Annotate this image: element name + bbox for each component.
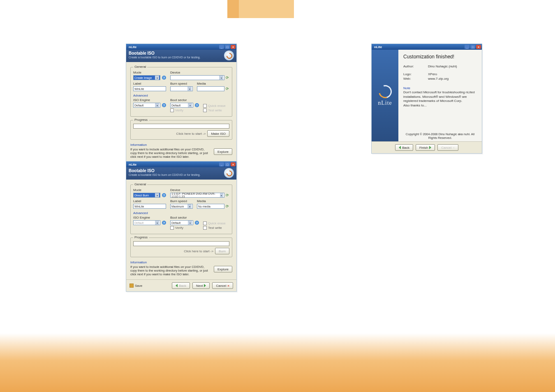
iso-engine-dropdown: Default▾ bbox=[133, 220, 160, 225]
mode-label: Mode bbox=[133, 71, 166, 74]
progress-bar bbox=[133, 124, 229, 129]
help-icon[interactable]: ? bbox=[162, 193, 166, 197]
header-icon bbox=[224, 51, 234, 60]
minimize-button[interactable]: _ bbox=[219, 45, 224, 49]
test-write-checkbox bbox=[203, 108, 207, 112]
device-label: Device bbox=[170, 188, 229, 192]
completion-title: Customization finished! bbox=[403, 54, 477, 60]
boot-sector-dropdown[interactable]: Default▾ bbox=[170, 103, 193, 108]
minimize-button[interactable]: _ bbox=[219, 162, 224, 166]
finish-button[interactable]: Finish bbox=[416, 144, 435, 151]
explore-button[interactable]: Explore bbox=[214, 266, 232, 272]
make-iso-button[interactable]: Make ISO bbox=[207, 130, 229, 137]
footer-bar: Back Finish Cancel× bbox=[372, 141, 482, 153]
help-icon[interactable]: ? bbox=[162, 103, 166, 107]
progress-group: Progress Click here to start -> Burn bbox=[130, 238, 232, 257]
test-write-checkbox[interactable] bbox=[203, 226, 207, 230]
back-button: Back bbox=[172, 282, 190, 289]
web-value: www.7-zip.org bbox=[428, 77, 449, 81]
device-dropdown[interactable]: ▾ bbox=[170, 75, 224, 80]
header-bar: Bootable ISO Create a bootable ISO to bu… bbox=[126, 50, 236, 62]
media-field bbox=[197, 86, 224, 91]
information-text: If you want to include additional files … bbox=[130, 265, 211, 276]
logo-value: XPero bbox=[428, 72, 437, 76]
footer-bar: Save Back Next Cancel× bbox=[126, 279, 236, 291]
explore-button[interactable]: Explore bbox=[214, 148, 232, 155]
verify-label: Verify bbox=[175, 108, 183, 112]
web-label: Web: bbox=[403, 77, 420, 81]
nlite-logo-icon bbox=[376, 83, 394, 101]
header-title: Bootable ISO bbox=[129, 51, 201, 55]
general-group: General Mode Create Image▾ ? Device ▾ ⟳ bbox=[130, 67, 232, 117]
close-button[interactable]: × bbox=[231, 162, 236, 166]
maximize-button[interactable]: □ bbox=[225, 45, 230, 49]
quick-erase-label: Quick erase bbox=[208, 221, 226, 225]
verify-checkbox bbox=[170, 108, 174, 112]
iso-engine-dropdown[interactable]: Default▾ bbox=[133, 103, 160, 108]
cancel-button: Cancel× bbox=[437, 144, 458, 151]
quick-erase-checkbox bbox=[203, 221, 207, 225]
information-group: Information If you want to include addit… bbox=[130, 143, 232, 159]
save-button[interactable]: Save bbox=[135, 284, 142, 288]
header-subtitle: Create a bootable ISO to burn on CD/DVD … bbox=[129, 173, 201, 176]
media-label: Media bbox=[197, 199, 229, 203]
close-button[interactable]: × bbox=[476, 45, 481, 49]
titlebar: nLite _ □ × bbox=[126, 161, 236, 167]
test-write-label: Test write bbox=[208, 226, 222, 230]
label-label: Label bbox=[133, 82, 166, 85]
test-write-label: Test write bbox=[208, 108, 222, 112]
progress-hint: Click here to start -> bbox=[184, 249, 213, 253]
refresh-icon[interactable]: ⟳ bbox=[225, 193, 229, 197]
window-title: nLite bbox=[129, 163, 136, 166]
help-icon[interactable]: ? bbox=[162, 221, 166, 225]
progress-legend: Progress bbox=[133, 118, 149, 122]
refresh-icon[interactable]: ⟳ bbox=[225, 76, 229, 80]
note-text: Don't contact Microsoft for troubleshoot… bbox=[403, 90, 477, 108]
burn-speed-dropdown[interactable]: ▾ bbox=[170, 86, 193, 91]
iso-engine-label: ISO Engine bbox=[133, 216, 166, 219]
advanced-legend: Advanced bbox=[133, 94, 229, 97]
refresh-media-icon[interactable]: ⟳ bbox=[225, 204, 229, 208]
titlebar: nLite _ □ × bbox=[126, 44, 236, 50]
iso-engine-label: ISO Engine bbox=[133, 98, 166, 102]
header-icon bbox=[224, 168, 234, 178]
close-button[interactable]: × bbox=[231, 45, 236, 49]
note-heading: Note bbox=[403, 86, 477, 90]
header-title: Bootable ISO bbox=[129, 168, 201, 173]
next-button[interactable]: Next bbox=[192, 282, 210, 289]
device-dropdown[interactable]: 1:1:0,F: PIONEER DVD-RW DVR-111D 1.23▾ bbox=[170, 193, 224, 198]
label-field[interactable]: WinLite bbox=[133, 86, 166, 91]
burn-speed-dropdown[interactable]: Maximum▾ bbox=[170, 204, 193, 209]
header-subtitle: Create a bootable ISO to burn on CD/DVD … bbox=[129, 56, 201, 59]
side-banner: nLite bbox=[372, 50, 398, 141]
minimize-button[interactable]: _ bbox=[465, 45, 469, 49]
mode-label: Mode bbox=[133, 188, 166, 192]
boot-sector-dropdown[interactable]: Default▾ bbox=[170, 220, 193, 225]
nlite-finished-window: nLite _ □ × nLite Customization finished… bbox=[371, 44, 482, 154]
copyright-text: Copyright © 2004-2008 Dino Nuhagic aka n… bbox=[403, 132, 477, 140]
verify-label: Verify bbox=[175, 226, 183, 230]
label-field[interactable]: WinLite bbox=[133, 204, 166, 209]
information-text: If you want to include additional files … bbox=[130, 148, 211, 159]
maximize-button[interactable]: □ bbox=[470, 45, 475, 49]
header-bar: Bootable ISO Create a bootable ISO to bu… bbox=[126, 167, 236, 180]
quick-erase-label: Quick erase bbox=[208, 104, 226, 108]
maximize-button[interactable]: □ bbox=[225, 162, 230, 166]
save-icon bbox=[130, 284, 134, 288]
boot-sector-label: Boot sector bbox=[170, 216, 199, 219]
burn-speed-label: Burn speed bbox=[170, 82, 193, 85]
progress-bar bbox=[133, 241, 229, 246]
verify-checkbox[interactable] bbox=[170, 226, 174, 230]
mode-dropdown[interactable]: Direct Burn▾ bbox=[133, 193, 160, 198]
help-icon[interactable]: ? bbox=[162, 76, 166, 80]
nlite-logo-text: nLite bbox=[378, 100, 392, 106]
media-label: Media bbox=[197, 82, 229, 85]
mode-dropdown[interactable]: Create Image▾ bbox=[133, 75, 160, 80]
advanced-legend: Advanced bbox=[133, 211, 229, 215]
help-icon[interactable]: ? bbox=[195, 221, 199, 225]
back-button[interactable]: Back bbox=[395, 144, 413, 151]
burn-speed-label: Burn speed bbox=[170, 199, 193, 203]
refresh-media-icon[interactable]: ⟳ bbox=[225, 87, 229, 91]
help-icon[interactable]: ? bbox=[195, 103, 199, 107]
cancel-button[interactable]: Cancel× bbox=[212, 282, 233, 289]
